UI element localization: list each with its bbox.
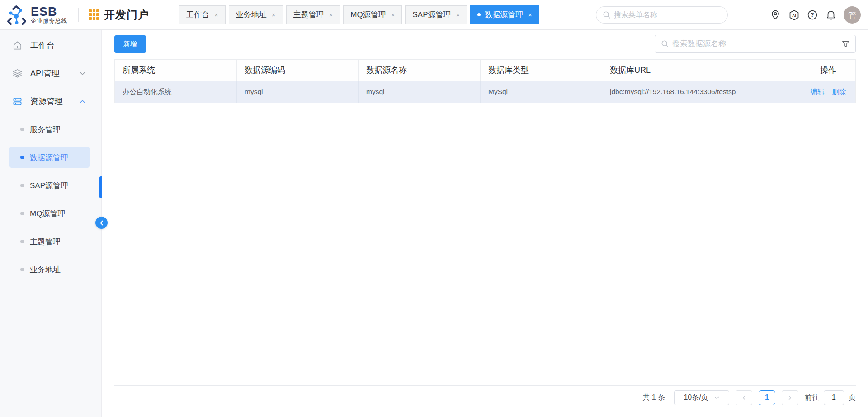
current-page-button[interactable]: 1 <box>759 390 775 405</box>
tab-close-icon[interactable]: × <box>272 11 276 18</box>
help-icon[interactable]: ? <box>807 9 818 21</box>
app-window: ESB 企业服务总线 开发门户 工作台 × 业务地址 × 主题管理 × <box>0 0 868 417</box>
tab-close-icon[interactable]: × <box>391 11 395 18</box>
chevron-down-icon <box>714 395 720 401</box>
tab-bar: 工作台 × 业务地址 × 主题管理 × MQ源管理 × SAP源管理 × 数据源… <box>179 5 539 24</box>
bullet-dot-icon <box>20 128 24 131</box>
sidebar-item-label: API管理 <box>30 68 60 79</box>
column-header-dbtype: 数据库类型 <box>481 60 602 81</box>
sidebar-item-workbench[interactable]: 工作台 <box>0 34 101 56</box>
chevron-up-icon <box>79 98 86 105</box>
cell-code: mysql <box>237 81 359 103</box>
bullet-dot-icon <box>20 184 24 187</box>
tab-close-icon[interactable]: × <box>214 11 218 18</box>
menu-search-input[interactable] <box>614 11 721 19</box>
sidebar-subitem-label: 数据源管理 <box>30 152 68 163</box>
header-icon-group: AI ? 管 <box>769 0 861 30</box>
cell-system: 办公自动化系统 <box>115 81 237 103</box>
tab-sap-source[interactable]: SAP源管理 × <box>405 5 467 24</box>
cell-name: mysql <box>359 81 481 103</box>
sidebar-subitem-label: SAP源管理 <box>30 180 68 191</box>
tab-close-icon[interactable]: × <box>528 11 532 18</box>
tab-mq-source[interactable]: MQ源管理 × <box>343 5 402 24</box>
column-header-name: 数据源名称 <box>359 60 481 81</box>
svg-text:AI: AI <box>792 13 796 18</box>
header-divider <box>78 8 79 22</box>
home-icon <box>12 40 23 51</box>
sidebar-subitem-label: MQ源管理 <box>30 208 65 219</box>
active-item-indicator <box>99 176 102 198</box>
cell-dbtype: MySql <box>481 81 602 103</box>
page-size-select[interactable]: 10条/页 <box>674 390 729 405</box>
sidebar-item-api-management[interactable]: API管理 <box>0 62 101 84</box>
prev-page-button[interactable] <box>736 390 752 405</box>
sidebar-item-sap-source[interactable]: SAP源管理 <box>9 175 90 196</box>
sidebar-item-service-management[interactable]: 服务管理 <box>9 118 90 140</box>
sidebar-item-label: 工作台 <box>30 40 55 51</box>
grid-icon <box>89 9 99 20</box>
bullet-dot-icon <box>20 268 24 271</box>
tab-workbench[interactable]: 工作台 × <box>179 5 226 24</box>
body-row: 工作台 API管理 <box>0 30 868 417</box>
datasource-search-box[interactable] <box>655 35 856 53</box>
sidebar-collapse-button[interactable] <box>95 217 108 229</box>
sidebar-item-business-address[interactable]: 业务地址 <box>9 259 90 280</box>
tab-close-icon[interactable]: × <box>456 11 460 18</box>
bell-icon[interactable] <box>825 9 837 21</box>
add-button[interactable]: 新增 <box>114 35 146 53</box>
page-size-value: 10条/页 <box>684 393 708 403</box>
column-header-actions: 操作 <box>801 60 855 81</box>
ai-assistant-icon[interactable]: AI <box>788 9 800 21</box>
menu-search-box[interactable] <box>596 6 728 24</box>
chevron-right-icon <box>787 395 793 401</box>
goto-page-input[interactable] <box>824 390 844 405</box>
tab-datasource-management-active[interactable]: 数据源管理 × <box>470 5 539 24</box>
sidebar-subitem-label: 业务地址 <box>30 265 61 275</box>
search-icon <box>661 40 669 48</box>
brand-subtitle: 企业服务总线 <box>31 18 67 24</box>
brand-name: ESB <box>31 5 67 18</box>
tab-label: 业务地址 <box>236 9 267 20</box>
sidebar-item-label: 资源管理 <box>30 96 63 107</box>
tab-label: 主题管理 <box>293 9 324 20</box>
page-unit-label: 页 <box>849 393 856 403</box>
edit-link[interactable]: 编辑 <box>811 87 825 97</box>
datasource-search-input[interactable] <box>672 39 841 48</box>
tab-business-address[interactable]: 业务地址 × <box>229 5 283 24</box>
tab-topic-management[interactable]: 主题管理 × <box>286 5 340 24</box>
sidebar-item-mq-source[interactable]: MQ源管理 <box>9 203 90 224</box>
sidebar-subitem-label: 主题管理 <box>30 237 61 247</box>
filter-icon[interactable] <box>841 40 850 48</box>
next-page-button[interactable] <box>782 390 798 405</box>
toolbar: 新增 <box>114 35 856 53</box>
tab-close-icon[interactable]: × <box>329 11 333 18</box>
chevron-left-icon <box>99 220 104 226</box>
bullet-dot-icon <box>20 240 24 243</box>
goto-page-group: 前往 页 <box>805 390 856 405</box>
column-header-code: 数据源编码 <box>237 60 359 81</box>
portal-title: 开发门户 <box>89 8 149 22</box>
delete-link[interactable]: 删除 <box>832 87 846 97</box>
table-row[interactable]: 办公自动化系统 mysql mysql MySql jdbc:mysql://1… <box>115 81 855 103</box>
column-header-system: 所属系统 <box>115 60 237 81</box>
tab-label: MQ源管理 <box>350 9 386 20</box>
user-avatar[interactable]: 管 <box>844 6 861 24</box>
sidebar-item-resource-management[interactable]: 资源管理 <box>0 90 101 112</box>
location-icon[interactable] <box>769 9 781 21</box>
sidebar-item-datasource-management[interactable]: 数据源管理 <box>9 147 90 168</box>
chevron-left-icon <box>741 395 747 401</box>
sidebar-item-topic-management[interactable]: 主题管理 <box>9 231 90 252</box>
top-header: ESB 企业服务总线 开发门户 工作台 × 业务地址 × 主题管理 × <box>0 0 868 30</box>
pagination-bar: 共 1 条 10条/页 1 <box>114 385 856 409</box>
bullet-dot-icon <box>20 156 24 159</box>
esb-logo-icon <box>6 5 27 25</box>
svg-text:?: ? <box>811 12 814 18</box>
layers-icon <box>12 68 23 79</box>
table-header-row: 所属系统 数据源编码 数据源名称 数据库类型 数据库URL 操作 <box>115 60 855 81</box>
tab-label: 数据源管理 <box>485 9 523 20</box>
cell-url: jdbc:mysql://192.168.16.144:3306/testsp <box>602 81 801 103</box>
portal-name: 开发门户 <box>104 8 149 22</box>
tab-label: 工作台 <box>186 9 209 20</box>
stack-icon <box>12 96 23 107</box>
column-header-url: 数据库URL <box>602 60 801 81</box>
